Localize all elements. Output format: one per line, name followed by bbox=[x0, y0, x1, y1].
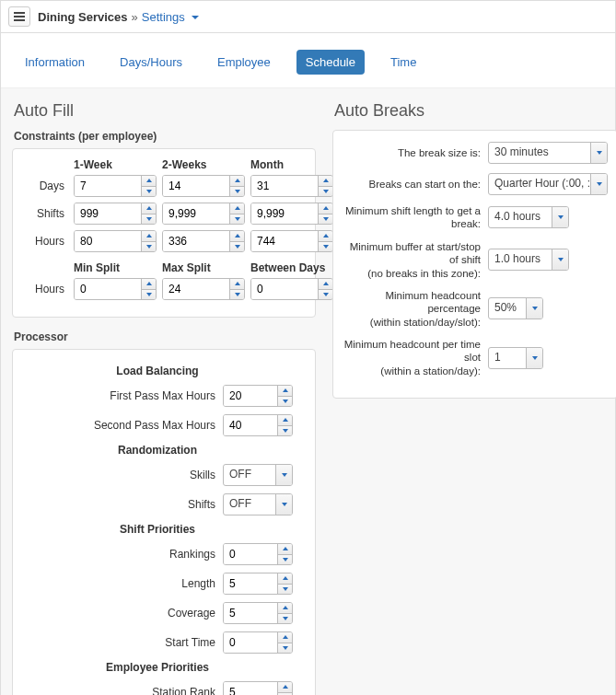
hours-1week-input[interactable] bbox=[74, 230, 157, 252]
breadcrumb-separator: » bbox=[132, 10, 138, 24]
col-between-days: Between Days bbox=[250, 261, 333, 274]
days-2weeks-input[interactable] bbox=[162, 175, 245, 197]
hours-2weeks-input[interactable] bbox=[162, 230, 245, 252]
min-headcount-slot-label: Minimum headcount per time slot (within … bbox=[343, 338, 481, 377]
randomization-title: Randomization bbox=[22, 444, 293, 457]
col-max-split: Max Split bbox=[162, 261, 245, 274]
col-month: Month bbox=[250, 158, 333, 171]
shifts-rand-select[interactable]: OFF bbox=[223, 493, 293, 515]
shifts-rand-label: Shifts bbox=[22, 498, 215, 511]
second-pass-label: Second Pass Max Hours bbox=[22, 419, 215, 432]
coverage-input[interactable] bbox=[223, 602, 293, 624]
menu-icon bbox=[14, 12, 25, 21]
rankings-input[interactable] bbox=[223, 543, 293, 565]
break-size-select[interactable]: 30 minutes bbox=[488, 142, 608, 164]
col-min-split: Min Split bbox=[74, 261, 157, 274]
days-month-input[interactable] bbox=[250, 175, 333, 197]
between-days-input[interactable] bbox=[250, 278, 333, 300]
auto-breaks-title: Auto Breaks bbox=[334, 101, 616, 121]
start-time-label: Start Time bbox=[22, 636, 215, 649]
topbar: Dining Services » Settings bbox=[1, 1, 615, 33]
row-hours-label: Hours bbox=[22, 235, 68, 248]
days-1week-input[interactable] bbox=[74, 175, 157, 197]
tabs: Information Days/Hours Employee Schedule… bbox=[1, 33, 615, 87]
svg-rect-0 bbox=[14, 12, 25, 14]
row-shifts-label: Shifts bbox=[22, 207, 68, 220]
length-label: Length bbox=[22, 577, 215, 590]
max-split-input[interactable] bbox=[162, 278, 245, 300]
min-buffer-select[interactable]: 1.0 hours bbox=[488, 249, 569, 271]
first-pass-label: First Pass Max Hours bbox=[22, 389, 215, 402]
autofill-title: Auto Fill bbox=[14, 101, 316, 121]
min-shift-label: Minimum shift length to get a break: bbox=[343, 204, 481, 231]
tab-days-hours[interactable]: Days/Hours bbox=[110, 50, 192, 75]
tab-time[interactable]: Time bbox=[381, 50, 425, 75]
skills-select[interactable]: OFF bbox=[223, 464, 293, 486]
svg-rect-2 bbox=[14, 19, 25, 21]
constraints-title: Constraints (per employee) bbox=[14, 130, 316, 143]
processor-panel: Load Balancing First Pass Max Hours Seco… bbox=[12, 349, 316, 695]
rankings-label: Rankings bbox=[22, 548, 215, 561]
tab-information[interactable]: Information bbox=[16, 50, 94, 75]
station-rank-label: Station Rank bbox=[22, 686, 215, 695]
shifts-2weeks-input[interactable] bbox=[162, 203, 245, 225]
processor-title: Processor bbox=[14, 330, 316, 343]
tab-schedule[interactable]: Schedule bbox=[296, 50, 365, 75]
station-rank-input[interactable] bbox=[223, 681, 293, 695]
start-time-input[interactable] bbox=[223, 631, 293, 654]
constraints-panel: 1-Week 2-Weeks Month Days Shifts bbox=[12, 148, 316, 318]
breadcrumb-root: Dining Services bbox=[38, 10, 128, 24]
start-on-select[interactable]: Quarter Hour (:00, :15, :30, :45) bbox=[488, 173, 608, 195]
length-input[interactable] bbox=[223, 573, 293, 595]
break-size-label: The break size is: bbox=[343, 146, 481, 159]
min-shift-select[interactable]: 4.0 hours bbox=[488, 206, 569, 228]
min-buffer-label: Minimum buffer at start/stop of shift (n… bbox=[343, 240, 481, 280]
first-pass-input[interactable] bbox=[223, 385, 293, 407]
svg-rect-1 bbox=[14, 16, 25, 17]
row-days-label: Days bbox=[22, 180, 68, 192]
shift-priorities-title: Shift Priorities bbox=[22, 523, 293, 536]
breadcrumb-current-label: Settings bbox=[142, 10, 185, 24]
caret-down-icon bbox=[192, 16, 199, 19]
shifts-month-input[interactable] bbox=[250, 203, 333, 225]
skills-label: Skills bbox=[22, 469, 215, 481]
load-balancing-title: Load Balancing bbox=[22, 365, 293, 377]
menu-button[interactable] bbox=[8, 6, 30, 27]
col-1week: 1-Week bbox=[74, 158, 157, 171]
auto-breaks-panel: The break size is: 30 minutes Breaks can… bbox=[332, 130, 616, 399]
tab-employee[interactable]: Employee bbox=[208, 50, 280, 75]
min-split-input[interactable] bbox=[74, 278, 157, 300]
employee-priorities-title: Employee Priorities bbox=[22, 661, 293, 674]
min-headcount-pct-label: Minimum headcount percentage (within sta… bbox=[343, 289, 481, 329]
min-headcount-slot-select[interactable]: 1 bbox=[488, 347, 543, 369]
col-2weeks: 2-Weeks bbox=[162, 158, 245, 171]
breadcrumb-settings[interactable]: Settings bbox=[142, 10, 200, 24]
start-on-label: Breaks can start on the: bbox=[343, 178, 481, 191]
hours-month-input[interactable] bbox=[250, 230, 333, 252]
coverage-label: Coverage bbox=[22, 607, 215, 620]
shifts-1week-input[interactable] bbox=[74, 203, 157, 225]
row-split-hours-label: Hours bbox=[22, 283, 68, 295]
second-pass-input[interactable] bbox=[223, 414, 293, 436]
min-headcount-pct-select[interactable]: 50% bbox=[488, 297, 543, 319]
